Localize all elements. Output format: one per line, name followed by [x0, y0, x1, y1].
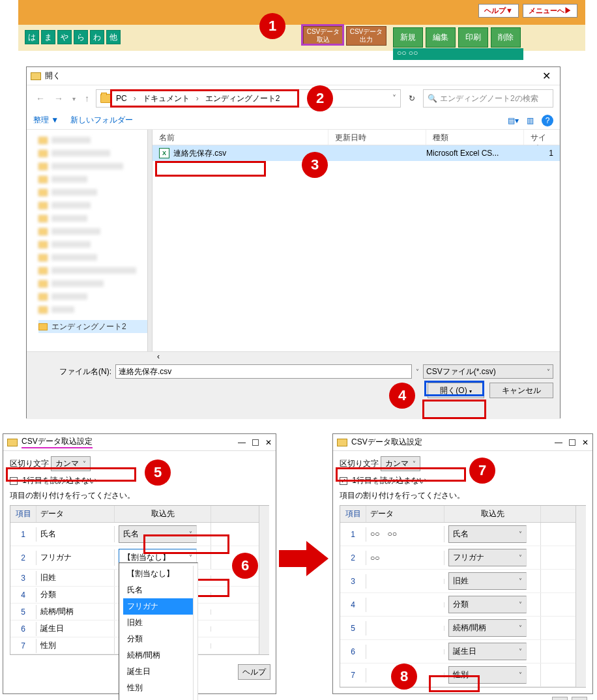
dropdown-option[interactable]: 誕生日: [123, 664, 194, 680]
col-date[interactable]: 更新日時: [328, 130, 426, 145]
page-next[interactable]: →: [572, 697, 587, 700]
badge-2: 2: [307, 85, 333, 111]
dialog-title: CSVデータ取込設定: [351, 437, 422, 448]
table-row: 5続柄/間柄˅: [340, 617, 585, 640]
target-select[interactable]: 氏名˅: [119, 525, 197, 543]
page-prev[interactable]: ←: [552, 697, 568, 700]
dropdown-option[interactable]: 続柄/間柄: [123, 647, 194, 664]
new-button[interactable]: 新規: [393, 27, 423, 48]
col-name[interactable]: 名前: [153, 130, 328, 145]
help-icon[interactable]: ?: [542, 115, 553, 126]
help-button[interactable]: ヘルプ: [238, 664, 270, 680]
dropdown-option[interactable]: フリガナ: [123, 598, 194, 615]
dropdown-option[interactable]: 性別: [123, 680, 194, 696]
delete-button[interactable]: 削除: [491, 27, 521, 48]
tree-selected[interactable]: エンディングノート2: [51, 321, 126, 332]
kana-other[interactable]: 他: [106, 30, 121, 44]
col-type[interactable]: 種類: [426, 130, 524, 145]
nav-fwd[interactable]: →: [51, 93, 66, 104]
preview-icon[interactable]: ▥: [527, 116, 534, 125]
book-icon: [31, 72, 41, 80]
filename-label: ファイル名(N):: [33, 366, 111, 377]
filename-input[interactable]: [115, 364, 412, 379]
table-row: 1○○ ○○氏名˅: [340, 523, 585, 546]
crumb-pc[interactable]: PC: [116, 94, 127, 103]
close-icon[interactable]: ✕: [582, 438, 589, 447]
help-button[interactable]: ヘルプ▼: [478, 4, 519, 18]
new-folder[interactable]: 新しいフォルダー: [70, 115, 133, 126]
kana-ha[interactable]: は: [25, 30, 39, 44]
delimiter-label: 区切り文字: [340, 459, 379, 468]
print-button[interactable]: 印刷: [458, 27, 488, 48]
nav-up[interactable]: ↑: [82, 93, 92, 104]
open-dialog-title: 開く: [45, 70, 61, 81]
open-button[interactable]: 開く(O) ▾: [428, 383, 484, 398]
search-input[interactable]: 🔍 エンディングノート2の検索: [423, 89, 553, 108]
cancel-button[interactable]: キャンセル: [489, 383, 553, 398]
kana-ma[interactable]: ま: [41, 30, 55, 44]
close-icon[interactable]: ✕: [537, 70, 556, 82]
splitter[interactable]: [147, 130, 153, 351]
table-row: 1氏名氏名˅: [10, 523, 269, 546]
csv-export-button[interactable]: CSVデータ 出力: [346, 26, 386, 46]
dropdown-option[interactable]: 氏名: [123, 582, 194, 598]
dropdown-option[interactable]: 血液型: [123, 696, 194, 700]
badge-4: 4: [389, 383, 415, 409]
badge-3: 3: [302, 152, 328, 178]
table-row: 2○○フリガナ˅: [340, 546, 585, 570]
view-icon[interactable]: ▤▾: [508, 116, 519, 125]
maximize-icon[interactable]: [569, 439, 575, 446]
scrollbar[interactable]: [575, 506, 586, 687]
edit-button[interactable]: 編集: [426, 27, 456, 48]
nav-back[interactable]: ←: [33, 93, 48, 104]
file-filter[interactable]: CSVファイル(*.csv)˅: [423, 364, 553, 379]
target-select[interactable]: 誕生日˅: [448, 643, 527, 660]
col-size[interactable]: サイズ: [524, 130, 560, 145]
folder-tree[interactable]: エンディングノート2: [27, 130, 147, 351]
kana-ya[interactable]: や: [57, 30, 72, 44]
scrollbar[interactable]: [259, 506, 269, 654]
refresh-icon[interactable]: ↻: [405, 94, 419, 103]
skip-first-checkbox[interactable]: ✓: [340, 477, 347, 485]
target-select[interactable]: フリガナ˅: [448, 549, 527, 566]
nav-recent[interactable]: ▾: [70, 95, 78, 102]
maximize-icon[interactable]: [252, 439, 259, 446]
kana-wa[interactable]: わ: [90, 30, 104, 44]
organize-menu[interactable]: 整理 ▼: [33, 115, 59, 126]
file-name: 連絡先保存.csv: [173, 148, 226, 159]
target-select[interactable]: 【割当なし】˅【割当なし】氏名フリガナ旧姓分類続柄/間柄誕生日性別血液型〒: [119, 549, 197, 566]
dropdown-option[interactable]: 分類: [123, 631, 194, 647]
target-select[interactable]: 氏名˅: [448, 525, 527, 543]
target-select[interactable]: 旧姓˅: [448, 572, 527, 590]
menu-button[interactable]: メニューへ▶: [523, 4, 577, 18]
delimiter-label: 区切り文字: [10, 459, 49, 468]
csv-import-button[interactable]: CSVデータ 取込: [303, 26, 343, 46]
badge-8: 8: [391, 664, 417, 690]
file-row[interactable]: X連絡先保存.csv Microsoft Excel CS... 1: [153, 145, 560, 161]
address-bar[interactable]: PC› ドキュメント› エンディングノート2 ˅: [96, 89, 401, 108]
file-size: 1: [524, 149, 560, 158]
target-select[interactable]: 分類˅: [448, 596, 527, 613]
circles-strip: ○○ ○○: [393, 48, 523, 60]
dropdown-option[interactable]: 旧姓: [123, 615, 194, 631]
delimiter-select[interactable]: カンマ˅: [381, 456, 420, 471]
crumb-documents[interactable]: ドキュメント: [143, 93, 190, 104]
close-icon[interactable]: ✕: [265, 438, 272, 447]
table-row: 2フリガナ【割当なし】˅【割当なし】氏名フリガナ旧姓分類続柄/間柄誕生日性別血液…: [10, 546, 269, 570]
delimiter-select[interactable]: カンマ˅: [51, 456, 91, 471]
table-row: 4分類˅: [340, 593, 585, 617]
crumb-folder[interactable]: エンディングノート2: [205, 93, 280, 104]
badge-5: 5: [145, 459, 171, 486]
file-type: Microsoft Excel CS...: [426, 149, 524, 158]
csv-config-right: CSVデータ取込設定 — ✕ 区切り文字 カンマ˅ ✓ 1行目を読み込まない 項…: [332, 433, 593, 694]
dropdown-option[interactable]: 【割当なし】: [123, 566, 194, 582]
kana-ra[interactable]: ら: [74, 30, 88, 44]
target-select[interactable]: 性別˅: [448, 666, 527, 684]
open-dialog: 開く ✕ ← → ▾ ↑ PC› ドキュメント› エンディングノート2 ˅ ↻ …: [26, 66, 561, 418]
chevron-down-icon[interactable]: ˅: [388, 94, 400, 103]
target-select[interactable]: 続柄/間柄˅: [448, 619, 527, 637]
badge-6: 6: [232, 553, 258, 579]
assign-msg: 項目の割り付けを行ってください。: [340, 490, 586, 501]
skip-first-checkbox[interactable]: [10, 477, 18, 485]
skip-first-label: 1行目を読み込まない: [352, 476, 427, 485]
